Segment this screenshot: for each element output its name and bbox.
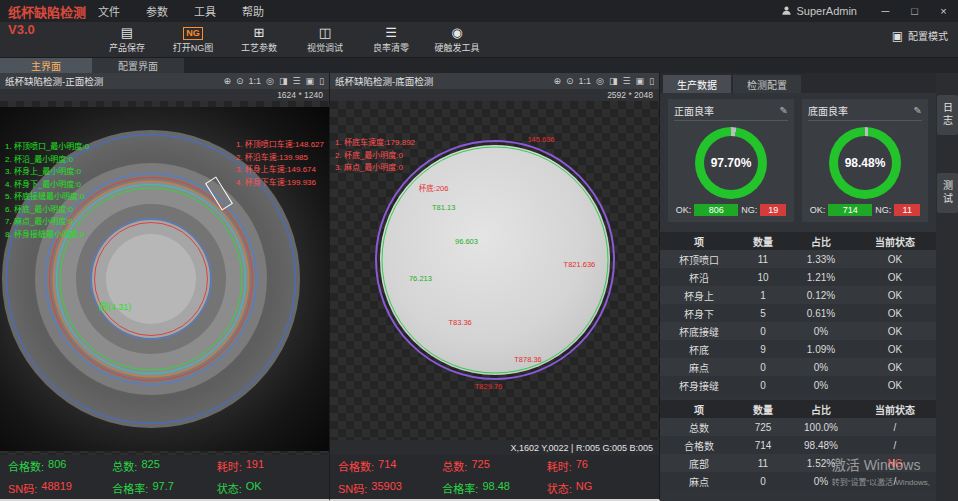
ng-label: NG: <box>741 205 757 215</box>
tab-production-data[interactable]: 生产数据 <box>663 75 731 93</box>
table-cell: 麻点 <box>660 474 738 489</box>
annotation-line: 3. 杯身上车速:149.674 <box>236 164 324 177</box>
eye-icon[interactable]: ◎ <box>266 75 274 87</box>
save-button[interactable]: ▤产品保存 <box>100 25 154 54</box>
stat-label: 状态: <box>217 480 242 496</box>
front-stats-bar: 合格数:806总数:825耗时:191SN码:48819合格率:97.7状态:O… <box>0 455 329 499</box>
annotation-line: 3. 杯身上_最小明度:0 <box>5 166 89 179</box>
save-icon: ▤ <box>121 25 133 40</box>
tab-test[interactable]: 测试 <box>937 173 958 213</box>
tab-detection-config[interactable]: 检测配置 <box>733 75 801 93</box>
list-icon[interactable]: ☰ <box>622 75 630 87</box>
one-to-one-icon[interactable]: 1:1 <box>579 75 592 87</box>
table-cell: 714 <box>738 440 788 451</box>
table-cell: 0% <box>788 380 854 391</box>
stat-value: 725 <box>471 458 489 474</box>
edit-icon[interactable]: ✎ <box>914 105 922 116</box>
annotation-line: 1. 杯顶喷口_最小明度:0 <box>5 141 89 154</box>
minimize-button[interactable]: ─ <box>871 0 900 22</box>
annotation-line: 8. 杯身接缝最小明度:0 <box>5 229 89 242</box>
hard-trigger-button[interactable]: ◉硬触发工具 <box>430 25 484 54</box>
eye-icon[interactable]: ◎ <box>596 75 604 87</box>
gauge-title: 底面良率 <box>808 103 848 118</box>
front-camera-viewport[interactable]: 圆(4.31) 1. 杯顶喷口_最小明度:02. 杯沿_最小明度:03. 杯身上… <box>0 101 329 455</box>
front-yield-value: 97.70% <box>711 156 752 170</box>
table-cell: 杯底 <box>660 342 738 357</box>
zoom-fit-icon[interactable]: ⊙ <box>236 75 244 87</box>
toolbar-button-label: 工艺参数 <box>241 41 277 54</box>
table-cell: 100.0% <box>788 422 854 433</box>
maximize-button[interactable]: □ <box>900 0 929 22</box>
stat-item: 合格数:806 <box>8 458 112 474</box>
table-cell: 0% <box>788 362 854 373</box>
table-row[interactable]: 麻点00%/ <box>660 472 936 490</box>
front-annotation-list-left: 1. 杯顶喷口_最小明度:02. 杯沿_最小明度:03. 杯身上_最小明度:04… <box>5 141 89 241</box>
app-title: 纸杯缺陷检测 V3.0 <box>8 4 86 38</box>
split-view-icon[interactable]: ◨ <box>279 75 288 87</box>
stat-item: 总数:725 <box>442 458 546 474</box>
user-account[interactable]: SuperAdmin <box>781 5 857 18</box>
stat-value: 98.48 <box>482 480 510 496</box>
menu-item-文件[interactable]: 文件 <box>98 3 120 19</box>
table-header-cell: 占比 <box>788 234 854 249</box>
table-header-row: 项数量占比当前状态 <box>660 400 936 418</box>
stat-label: 耗时: <box>547 458 572 474</box>
table-row[interactable]: 杯底接缝00%OK <box>660 322 936 340</box>
table-cell: 总数 <box>660 420 738 435</box>
tab-config-view[interactable]: 配置界面 <box>92 58 184 73</box>
bottom-camera-toolbar: ⊕⊙1:1◎◨☰▣▯ <box>553 75 654 87</box>
config-mode-button[interactable]: ▣ 配置模式 <box>892 28 948 43</box>
stat-item: SN码:48819 <box>8 480 112 496</box>
table-row[interactable]: 总数725100.0%/ <box>660 418 936 436</box>
menu-item-帮助[interactable]: 帮助 <box>242 3 264 19</box>
table-row[interactable]: 杯沿101.21%OK <box>660 268 936 286</box>
process-params-button[interactable]: ⊞工艺参数 <box>232 25 286 54</box>
close-button[interactable]: × <box>929 0 958 22</box>
table-row[interactable]: 杯身接缝00%OK <box>660 376 936 394</box>
table-row[interactable]: 杯顶喷口111.33%OK <box>660 250 936 268</box>
list-icon[interactable]: ☰ <box>292 75 300 87</box>
bottom-camera-resolution: 2592 * 2048 <box>330 89 659 101</box>
defect-marker: T829.76 <box>475 382 503 391</box>
table-cell: 98.48% <box>788 440 854 451</box>
menu-item-参数[interactable]: 参数 <box>146 3 168 19</box>
bottom-camera-panel: 纸杯缺陷检测-底面检测 ⊕⊙1:1◎◨☰▣▯ 2592 * 2048 145.6… <box>330 73 660 501</box>
table-row[interactable]: 麻点00%OK <box>660 358 936 376</box>
open-ng-button[interactable]: NG打开NG图 <box>166 25 220 54</box>
stat-item: 状态:OK <box>217 480 321 496</box>
delete-icon[interactable]: ▯ <box>319 75 324 87</box>
yield-reset-button[interactable]: ☰良率清零 <box>364 25 418 54</box>
delete-icon[interactable]: ▯ <box>649 75 654 87</box>
tab-log[interactable]: 日志 <box>937 95 958 135</box>
table-row[interactable]: 杯底91.09%OK <box>660 340 936 358</box>
table-header-cell: 当前状态 <box>854 402 936 417</box>
annotation-line: 7. 麻点_最小明度:0 <box>5 216 89 229</box>
zoom-in-icon[interactable]: ⊕ <box>553 75 561 87</box>
expand-icon[interactable]: ▣ <box>306 75 315 87</box>
table-row[interactable]: 杯身下50.61%OK <box>660 304 936 322</box>
stat-item: 状态:NG <box>547 480 651 496</box>
zoom-fit-icon[interactable]: ⊙ <box>566 75 574 87</box>
menu-item-工具[interactable]: 工具 <box>194 3 216 19</box>
table-row[interactable]: 底部111.52%NG <box>660 454 936 472</box>
vision-debug-button[interactable]: ◫视觉调试 <box>298 25 352 54</box>
main-area: 纸杯缺陷检测-正面检测 ⊕⊙1:1◎◨☰▣▯ 1624 * 1240 <box>0 73 958 501</box>
ok-label: OK: <box>676 205 692 215</box>
edit-icon[interactable]: ✎ <box>780 105 788 116</box>
table-cell: 杯沿 <box>660 270 738 285</box>
expand-icon[interactable]: ▣ <box>636 75 645 87</box>
bottom-camera-viewport[interactable]: 145.636杯底:206T81.1396.60376.213T821.636T… <box>330 101 659 440</box>
one-to-one-icon[interactable]: 1:1 <box>249 75 262 87</box>
stat-label: SN码: <box>8 480 37 496</box>
table-row[interactable]: 合格数71498.48%/ <box>660 436 936 454</box>
split-view-icon[interactable]: ◨ <box>609 75 618 87</box>
front-camera-panel: 纸杯缺陷检测-正面检测 ⊕⊙1:1◎◨☰▣▯ 1624 * 1240 <box>0 73 330 501</box>
zoom-in-icon[interactable]: ⊕ <box>223 75 231 87</box>
tab-main-view[interactable]: 主界面 <box>0 58 92 73</box>
defect-marker: T81.13 <box>432 203 455 212</box>
table-cell: 杯身下 <box>660 306 738 321</box>
annotation-line: 2. 杯底_最小明度:0 <box>335 150 415 163</box>
stat-label: 合格数: <box>8 458 44 474</box>
table-row[interactable]: 杯身上10.12%OK <box>660 286 936 304</box>
annotation-line: 4. 杯身下车速:199.936 <box>236 177 324 190</box>
